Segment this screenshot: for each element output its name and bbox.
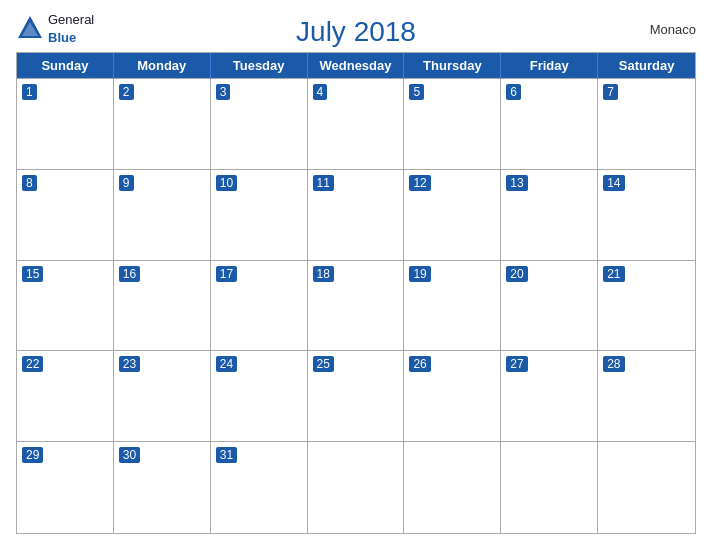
date-number: 13 bbox=[506, 175, 527, 191]
cal-cell: 23 bbox=[114, 351, 211, 442]
date-number: 2 bbox=[119, 84, 134, 100]
date-number: 16 bbox=[119, 266, 140, 282]
date-number: 5 bbox=[409, 84, 424, 100]
cal-cell: 12 bbox=[404, 170, 501, 261]
cal-cell: 21 bbox=[598, 261, 695, 352]
cal-cell: 13 bbox=[501, 170, 598, 261]
day-header-friday: Friday bbox=[501, 53, 598, 79]
logo-text: General Blue bbox=[48, 10, 94, 46]
cal-cell: 2 bbox=[114, 79, 211, 170]
cal-cell: 6 bbox=[501, 79, 598, 170]
date-number: 20 bbox=[506, 266, 527, 282]
cal-cell: 9 bbox=[114, 170, 211, 261]
cal-cell: 16 bbox=[114, 261, 211, 352]
calendar-header: General Blue July 2018 Monaco bbox=[16, 10, 696, 48]
day-header-monday: Monday bbox=[114, 53, 211, 79]
logo-general: General bbox=[48, 12, 94, 27]
calendar-grid: SundayMondayTuesdayWednesdayThursdayFrid… bbox=[16, 52, 696, 534]
logo-area: General Blue bbox=[16, 10, 94, 46]
date-number: 24 bbox=[216, 356, 237, 372]
date-number: 8 bbox=[22, 175, 37, 191]
cal-cell: 5 bbox=[404, 79, 501, 170]
cal-cell bbox=[501, 442, 598, 533]
date-number: 18 bbox=[313, 266, 334, 282]
date-number: 21 bbox=[603, 266, 624, 282]
date-number: 3 bbox=[216, 84, 231, 100]
logo-icon bbox=[16, 14, 44, 42]
date-number: 22 bbox=[22, 356, 43, 372]
day-header-sunday: Sunday bbox=[17, 53, 114, 79]
calendar-header-row: SundayMondayTuesdayWednesdayThursdayFrid… bbox=[17, 53, 695, 79]
cal-cell: 28 bbox=[598, 351, 695, 442]
date-number: 6 bbox=[506, 84, 521, 100]
date-number: 29 bbox=[22, 447, 43, 463]
date-number: 17 bbox=[216, 266, 237, 282]
date-number: 26 bbox=[409, 356, 430, 372]
cal-cell: 4 bbox=[308, 79, 405, 170]
date-number: 31 bbox=[216, 447, 237, 463]
date-number: 30 bbox=[119, 447, 140, 463]
date-number: 12 bbox=[409, 175, 430, 191]
date-number: 27 bbox=[506, 356, 527, 372]
cal-cell bbox=[404, 442, 501, 533]
cal-cell: 3 bbox=[211, 79, 308, 170]
date-number: 15 bbox=[22, 266, 43, 282]
week-row-4: 22232425262728 bbox=[17, 351, 695, 442]
cal-cell: 25 bbox=[308, 351, 405, 442]
week-row-2: 891011121314 bbox=[17, 170, 695, 261]
day-header-saturday: Saturday bbox=[598, 53, 695, 79]
date-number: 4 bbox=[313, 84, 328, 100]
cal-cell: 7 bbox=[598, 79, 695, 170]
cal-cell: 1 bbox=[17, 79, 114, 170]
cal-cell: 17 bbox=[211, 261, 308, 352]
cal-cell bbox=[308, 442, 405, 533]
date-number: 1 bbox=[22, 84, 37, 100]
country-label: Monaco bbox=[650, 22, 696, 37]
date-number: 25 bbox=[313, 356, 334, 372]
day-header-wednesday: Wednesday bbox=[308, 53, 405, 79]
date-number: 23 bbox=[119, 356, 140, 372]
cal-cell: 11 bbox=[308, 170, 405, 261]
date-number: 19 bbox=[409, 266, 430, 282]
date-number: 9 bbox=[119, 175, 134, 191]
date-number: 14 bbox=[603, 175, 624, 191]
cal-cell: 24 bbox=[211, 351, 308, 442]
week-row-5: 293031 bbox=[17, 442, 695, 533]
cal-cell: 14 bbox=[598, 170, 695, 261]
cal-cell: 19 bbox=[404, 261, 501, 352]
cal-cell: 10 bbox=[211, 170, 308, 261]
cal-cell: 27 bbox=[501, 351, 598, 442]
date-number: 28 bbox=[603, 356, 624, 372]
calendar-title: July 2018 bbox=[296, 16, 416, 48]
cal-cell: 29 bbox=[17, 442, 114, 533]
day-header-thursday: Thursday bbox=[404, 53, 501, 79]
cal-cell: 22 bbox=[17, 351, 114, 442]
week-row-3: 15161718192021 bbox=[17, 261, 695, 352]
day-header-tuesday: Tuesday bbox=[211, 53, 308, 79]
logo-blue: Blue bbox=[48, 30, 76, 45]
date-number: 7 bbox=[603, 84, 618, 100]
cal-cell: 26 bbox=[404, 351, 501, 442]
date-number: 10 bbox=[216, 175, 237, 191]
week-row-1: 1234567 bbox=[17, 79, 695, 170]
cal-cell: 8 bbox=[17, 170, 114, 261]
cal-cell: 18 bbox=[308, 261, 405, 352]
cal-cell: 20 bbox=[501, 261, 598, 352]
cal-cell: 31 bbox=[211, 442, 308, 533]
date-number: 11 bbox=[313, 175, 334, 191]
calendar-container: General Blue July 2018 Monaco SundayMond… bbox=[0, 0, 712, 550]
cal-cell: 15 bbox=[17, 261, 114, 352]
cal-cell: 30 bbox=[114, 442, 211, 533]
cal-cell bbox=[598, 442, 695, 533]
